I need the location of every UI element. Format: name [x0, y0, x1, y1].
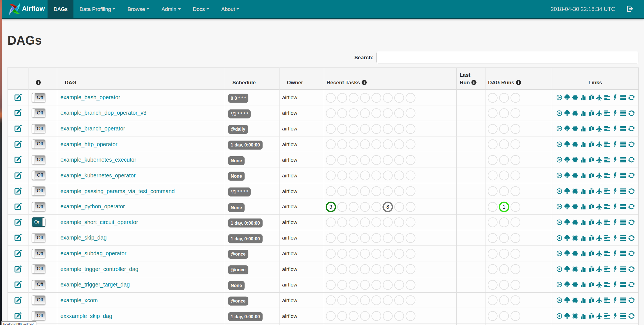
svg-text:8: 8: [386, 204, 389, 210]
svg-text:1: 1: [503, 204, 505, 210]
svg-text:3: 3: [329, 204, 332, 210]
